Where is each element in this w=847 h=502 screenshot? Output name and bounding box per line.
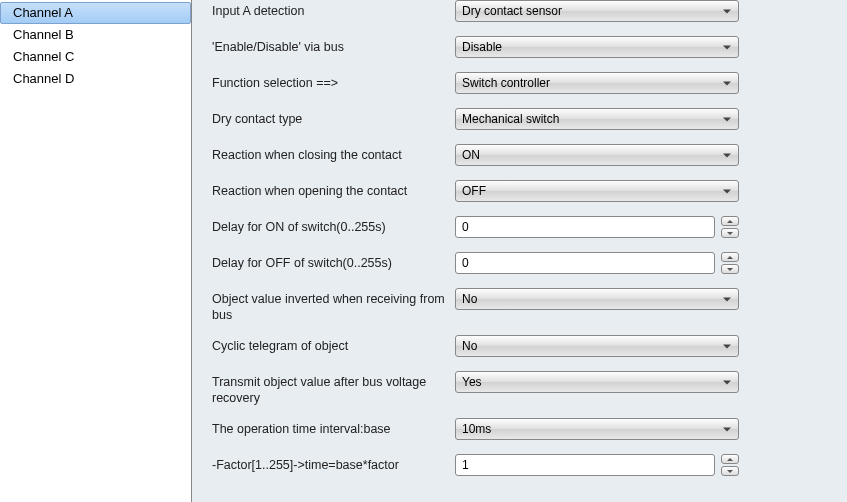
sidebar-item-channel-b[interactable]: Channel B <box>0 24 191 46</box>
label-reaction-close: Reaction when closing the contact <box>212 144 455 163</box>
dropdown-transmit-recovery[interactable]: Yes <box>455 371 739 393</box>
field-reaction-close: Reaction when closing the contact ON <box>212 144 835 168</box>
numeric-factor <box>455 454 739 476</box>
field-function-selection: Function selection ==> Switch controller <box>212 72 835 96</box>
numeric-delay-off <box>455 252 739 274</box>
sidebar-item-label: Channel D <box>13 71 74 86</box>
dropdown-value: Yes <box>462 375 482 389</box>
dropdown-object-inverted[interactable]: No <box>455 288 739 310</box>
input-delay-on[interactable] <box>455 216 715 238</box>
field-cyclic-telegram: Cyclic telegram of object No <box>212 335 835 359</box>
dropdown-value: Disable <box>462 40 502 54</box>
label-factor: -Factor[1..255]->time=base*factor <box>212 454 455 473</box>
dropdown-value: Switch controller <box>462 76 550 90</box>
dropdown-value: No <box>462 292 477 306</box>
field-dry-contact-type: Dry contact type Mechanical switch <box>212 108 835 132</box>
label-enable-disable: 'Enable/Disable' via bus <box>212 36 455 55</box>
spinner-down-icon[interactable] <box>721 264 739 274</box>
spinner-up-icon[interactable] <box>721 216 739 226</box>
spinner-down-icon[interactable] <box>721 466 739 476</box>
dropdown-value: Mechanical switch <box>462 112 559 126</box>
label-reaction-open: Reaction when opening the contact <box>212 180 455 199</box>
sidebar-item-label: Channel B <box>13 27 74 42</box>
label-operation-interval: The operation time interval:base <box>212 418 455 437</box>
sidebar-item-channel-c[interactable]: Channel C <box>0 46 191 68</box>
spinner-delay-off <box>721 252 739 274</box>
label-object-inverted: Object value inverted when receiving fro… <box>212 288 455 323</box>
field-transmit-recovery: Transmit object value after bus voltage … <box>212 371 835 406</box>
spinner-factor <box>721 454 739 476</box>
dropdown-reaction-open[interactable]: OFF <box>455 180 739 202</box>
dropdown-enable-disable[interactable]: Disable <box>455 36 739 58</box>
field-operation-interval: The operation time interval:base 10ms <box>212 418 835 442</box>
dropdown-value: No <box>462 339 477 353</box>
numeric-delay-on <box>455 216 739 238</box>
dropdown-value: OFF <box>462 184 486 198</box>
input-factor[interactable] <box>455 454 715 476</box>
sidebar-item-label: Channel A <box>13 5 73 20</box>
label-delay-on: Delay for ON of switch(0..255s) <box>212 216 455 235</box>
input-delay-off[interactable] <box>455 252 715 274</box>
dropdown-operation-interval[interactable]: 10ms <box>455 418 739 440</box>
dropdown-input-detection[interactable]: Dry contact sensor <box>455 0 739 22</box>
dropdown-value: Dry contact sensor <box>462 4 562 18</box>
channel-sidebar: Channel A Channel B Channel C Channel D <box>0 0 192 502</box>
label-transmit-recovery: Transmit object value after bus voltage … <box>212 371 455 406</box>
settings-panel: Input A detection Dry contact sensor 'En… <box>192 0 847 502</box>
label-delay-off: Delay for OFF of switch(0..255s) <box>212 252 455 271</box>
dropdown-cyclic-telegram[interactable]: No <box>455 335 739 357</box>
label-input-detection: Input A detection <box>212 0 455 19</box>
field-input-detection: Input A detection Dry contact sensor <box>212 0 835 24</box>
spinner-up-icon[interactable] <box>721 454 739 464</box>
field-enable-disable: 'Enable/Disable' via bus Disable <box>212 36 835 60</box>
dropdown-value: 10ms <box>462 422 491 436</box>
dropdown-reaction-close[interactable]: ON <box>455 144 739 166</box>
sidebar-item-channel-d[interactable]: Channel D <box>0 68 191 90</box>
field-reaction-open: Reaction when opening the contact OFF <box>212 180 835 204</box>
field-object-inverted: Object value inverted when receiving fro… <box>212 288 835 323</box>
sidebar-item-channel-a[interactable]: Channel A <box>0 2 191 24</box>
label-dry-contact-type: Dry contact type <box>212 108 455 127</box>
field-delay-on: Delay for ON of switch(0..255s) <box>212 216 835 240</box>
spinner-up-icon[interactable] <box>721 252 739 262</box>
label-cyclic-telegram: Cyclic telegram of object <box>212 335 455 354</box>
sidebar-item-label: Channel C <box>13 49 74 64</box>
field-delay-off: Delay for OFF of switch(0..255s) <box>212 252 835 276</box>
label-function-selection: Function selection ==> <box>212 72 455 91</box>
spinner-delay-on <box>721 216 739 238</box>
dropdown-dry-contact-type[interactable]: Mechanical switch <box>455 108 739 130</box>
field-factor: -Factor[1..255]->time=base*factor <box>212 454 835 478</box>
spinner-down-icon[interactable] <box>721 228 739 238</box>
dropdown-function-selection[interactable]: Switch controller <box>455 72 739 94</box>
dropdown-value: ON <box>462 148 480 162</box>
